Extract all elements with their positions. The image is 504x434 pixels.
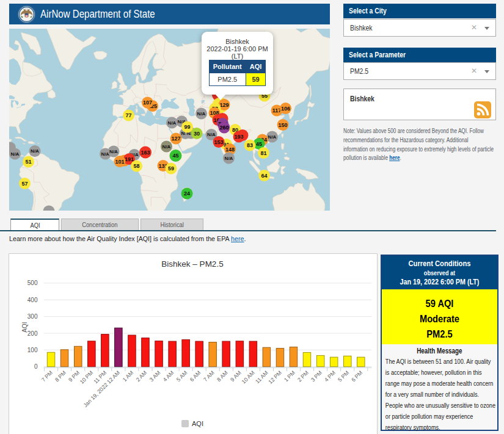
svg-text:193: 193 <box>234 134 243 140</box>
svg-text:11 AM: 11 AM <box>254 370 269 385</box>
svg-text:127: 127 <box>171 136 180 142</box>
svg-text:N/A: N/A <box>31 148 39 154</box>
svg-text:10 AM: 10 AM <box>241 370 256 385</box>
svg-text:N/A: N/A <box>11 151 20 157</box>
svg-text:6 PM: 6 PM <box>350 370 363 383</box>
svg-text:8 AM: 8 AM <box>216 370 229 383</box>
svg-text:51: 51 <box>25 159 31 165</box>
svg-text:400: 400 <box>27 297 38 303</box>
svg-text:8 PM: 8 PM <box>54 370 67 383</box>
svg-text:N/A: N/A <box>225 156 233 161</box>
svg-text:3 AM: 3 AM <box>148 370 162 383</box>
svg-text:148: 148 <box>225 146 235 153</box>
svg-text:N/A: N/A <box>163 144 171 150</box>
svg-text:AQI: AQI <box>192 420 203 427</box>
svg-text:59: 59 <box>168 165 174 172</box>
svg-text:99: 99 <box>184 124 190 130</box>
svg-text:6 AM: 6 AM <box>189 370 202 383</box>
svg-text:163: 163 <box>141 150 150 156</box>
svg-text:45: 45 <box>172 153 178 159</box>
svg-text:4 AM: 4 AM <box>162 370 175 383</box>
svg-text:5 AM: 5 AM <box>175 370 189 383</box>
svg-text:24: 24 <box>184 190 190 197</box>
svg-text:500: 500 <box>27 280 38 286</box>
svg-text:101: 101 <box>115 159 124 165</box>
svg-text:64: 64 <box>261 173 267 179</box>
svg-text:7 AM: 7 AM <box>202 370 216 383</box>
svg-text:3 PM: 3 PM <box>310 370 323 383</box>
svg-text:10 PM: 10 PM <box>79 370 94 385</box>
svg-text:57: 57 <box>21 181 27 187</box>
svg-text:12 PM: 12 PM <box>267 370 282 385</box>
svg-text:45: 45 <box>256 141 262 147</box>
svg-text:81: 81 <box>260 150 266 156</box>
svg-text:300: 300 <box>27 313 38 320</box>
svg-text:N/A: N/A <box>197 111 206 117</box>
svg-text:N/A: N/A <box>207 132 216 137</box>
svg-text:30: 30 <box>194 131 200 137</box>
svg-text:106: 106 <box>281 106 290 112</box>
svg-text:N/A: N/A <box>268 134 277 140</box>
svg-text:107: 107 <box>143 99 152 106</box>
svg-text:5 PM: 5 PM <box>337 370 350 383</box>
svg-text:83: 83 <box>247 142 253 148</box>
svg-text:2 PM: 2 PM <box>296 370 310 383</box>
svg-text:1 AM: 1 AM <box>122 370 135 383</box>
svg-text:2 AM: 2 AM <box>135 370 148 383</box>
svg-text:260: 260 <box>219 125 228 131</box>
svg-text:58: 58 <box>133 163 139 169</box>
svg-text:4 PM: 4 PM <box>323 370 337 383</box>
svg-text:77: 77 <box>125 112 131 118</box>
svg-text:191: 191 <box>125 156 134 162</box>
svg-text:100: 100 <box>27 347 38 353</box>
svg-text:153: 153 <box>214 139 223 145</box>
svg-text:129: 129 <box>219 102 228 108</box>
svg-text:200: 200 <box>27 330 38 337</box>
svg-text:AQI: AQI <box>21 322 28 332</box>
svg-text:N/A: N/A <box>109 149 118 154</box>
svg-text:N/A: N/A <box>168 120 177 126</box>
svg-text:0: 0 <box>34 363 38 370</box>
svg-text:Bishkek – PM2.5: Bishkek – PM2.5 <box>161 259 223 269</box>
svg-text:150: 150 <box>278 122 287 128</box>
svg-text:1 PM: 1 PM <box>283 370 296 383</box>
svg-text:7 PM: 7 PM <box>40 370 54 383</box>
